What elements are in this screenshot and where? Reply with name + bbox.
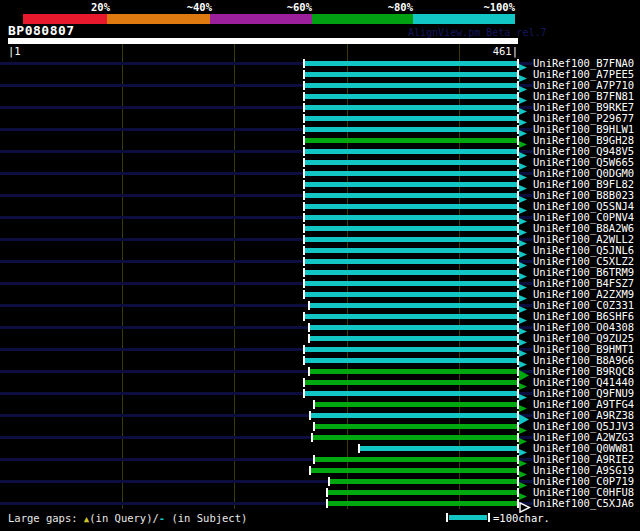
scale-label: ~100% [483,1,515,13]
legend-start-tick [446,513,448,522]
hit-bar[interactable] [305,182,518,187]
hit-bar[interactable] [328,501,518,506]
hit-bar[interactable] [328,490,518,495]
hit-bar[interactable] [305,237,518,242]
hit-bar[interactable] [360,446,518,451]
subject-gap-text: (in Subject) [165,512,247,524]
hit-bar[interactable] [305,149,518,154]
alignview-screen: 20%~40%~60%~80%~100% BP080807 AlignView.… [0,0,640,531]
scale-segment-100% [413,14,515,24]
hit-bar[interactable] [305,160,518,165]
hit-bar[interactable] [305,116,518,121]
hit-bar[interactable] [311,413,518,418]
legend-end-tick [488,513,490,522]
watermark: AlignView.pm Beta rel.7 [408,27,546,38]
hit-bar[interactable] [305,358,518,363]
hit-bar[interactable] [305,281,518,286]
hit-bar[interactable] [315,424,518,429]
hit-bar[interactable] [305,204,518,209]
scale-label: ~80% [388,1,413,13]
scale-segment-40% [107,14,210,24]
hit-rows: UniRef100_B7FNA0UniRef100_A7PEE5UniRef10… [0,58,640,509]
hit-bar[interactable] [305,83,518,88]
scale-segment-60% [210,14,312,24]
hit-bar[interactable] [311,468,518,473]
hit-bar[interactable] [305,226,518,231]
hit-bar[interactable] [305,171,518,176]
hit-bar[interactable] [305,270,518,275]
hit-bar[interactable] [305,72,518,77]
query-name: BP080807 [8,23,75,38]
ruler-end: 461| [493,45,518,57]
legend-scale-bar [449,515,487,520]
ruler-start: |1 [8,45,21,57]
hit-bar[interactable] [315,457,518,462]
hit-bar[interactable] [305,292,518,297]
hit-bar[interactable] [305,248,518,253]
hit-bar[interactable] [310,325,518,330]
hit-bar[interactable] [305,380,518,385]
hit-bar[interactable] [305,138,518,143]
hit-bar[interactable] [305,105,518,110]
hit-bar[interactable] [313,435,518,440]
hit-bar[interactable] [315,402,518,407]
hit-bar[interactable] [330,479,518,484]
hit-bar[interactable] [310,369,518,374]
hit-bar[interactable] [305,94,518,99]
hit-row: UniRef100_C5XJA6 [0,498,640,509]
hit-bar[interactable] [310,336,518,341]
hit-bar[interactable] [305,391,518,396]
scale-label: 20% [91,1,110,13]
large-gaps-note: Large gaps: ▲(in Query)/- (in Subject) [8,512,247,524]
hit-bar[interactable] [310,303,518,308]
query-gap-text: (in Query)/ [89,512,159,524]
hit-bar[interactable] [305,127,518,132]
hit-bar[interactable] [305,61,518,66]
scale-label: ~60% [287,1,312,13]
hit-bar[interactable] [305,347,518,352]
hit-label[interactable]: UniRef100_C5XJA6 [533,498,634,509]
legend-scale-label: =100char. [493,512,550,524]
hit-bar[interactable] [305,215,518,220]
hit-bar[interactable] [305,314,518,319]
large-gaps-label: Large gaps: [8,512,84,524]
hit-bar[interactable] [305,193,518,198]
scale-label: ~40% [187,1,212,13]
query-bar [8,38,518,44]
scale-segment-80% [312,14,413,24]
hit-bar[interactable] [305,259,518,264]
